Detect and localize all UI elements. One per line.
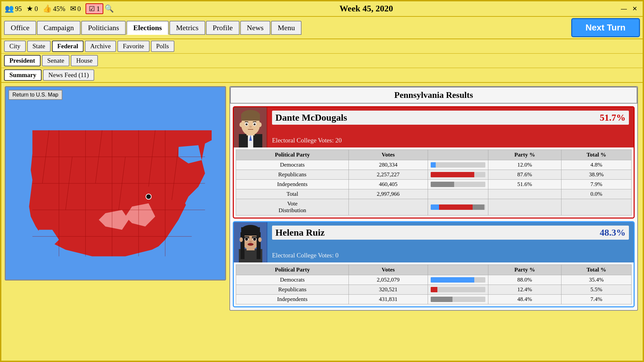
tab-elections[interactable]: Elections — [126, 21, 169, 35]
col-party-pct: Party % — [488, 150, 561, 160]
candidate-2-name: Helena Ruiz — [275, 227, 325, 238]
tab-metrics[interactable]: Metrics — [169, 21, 205, 35]
week-display: Week 45, 2020 — [115, 4, 618, 14]
svg-rect-31 — [241, 114, 260, 121]
table-row: Independents 460,405 51.6% 7.9% — [236, 180, 632, 189]
col-party: Political Party — [236, 150, 349, 160]
col-party-2: Political Party — [236, 265, 349, 275]
main-content: Return to U.S. Map — [1, 83, 643, 358]
candidate-2-info: Helena Ruiz 48.3% Electoral College Vote… — [267, 222, 634, 262]
candidate-1-avatar — [234, 107, 267, 147]
map-panel: Return to U.S. Map — [5, 86, 226, 281]
candidate-1-votes-section: Political Party Votes Party % Total % De… — [234, 147, 634, 218]
candidate-1-votes-table: Political Party Votes Party % Total % De… — [236, 149, 632, 216]
table-row: Democrats 2,052,079 88.0% 35.4% — [236, 275, 632, 285]
col-total-pct: Total % — [561, 150, 632, 160]
col-votes-2: Votes — [349, 265, 428, 275]
svg-rect-47 — [257, 232, 261, 259]
tab-house[interactable]: House — [71, 55, 98, 66]
followers-stat: 👥 95 — [5, 4, 22, 13]
mail-stat: ✉ 0 — [70, 4, 81, 13]
svg-point-23 — [146, 194, 151, 199]
svg-rect-46 — [240, 232, 245, 259]
candidate-1-name: Dante McDougals — [275, 112, 347, 123]
tab-campaign[interactable]: Campaign — [37, 21, 80, 35]
svg-point-61 — [258, 237, 262, 242]
tab-federal[interactable]: Federal — [52, 41, 84, 52]
col-bar — [428, 150, 488, 160]
results-panel: Pennsylvania Results — [229, 86, 639, 354]
check-icon: ☑ — [89, 5, 95, 12]
sub-nav-level1: City State Federal Archive Favorite Poll… — [1, 39, 643, 54]
state-name: Pennsylvania Results — [394, 90, 473, 100]
tab-office[interactable]: Office — [4, 21, 36, 35]
next-turn-button[interactable]: Next Turn — [571, 18, 640, 37]
candidate-card-2: Helena Ruiz 48.3% Electoral College Vote… — [233, 221, 635, 307]
candidate-2-votes-table: Political Party Votes Party % Total % De… — [236, 264, 632, 304]
svg-point-38 — [249, 126, 252, 128]
table-row: Republicans 320,521 12.4% 5.5% — [236, 285, 632, 295]
approval-pct: 45% — [53, 5, 65, 13]
col-party-pct-2: Party % — [488, 265, 561, 275]
tab-president[interactable]: President — [4, 55, 41, 66]
col-total-pct-2: Total % — [561, 265, 632, 275]
candidate-1-pct: 51.7% — [600, 112, 626, 123]
svg-point-41 — [258, 122, 262, 127]
search-button[interactable]: 🔍 — [105, 4, 114, 13]
table-row: Democrats 280,334 12.0% 4.8% — [236, 160, 632, 170]
tab-profile[interactable]: Profile — [206, 21, 239, 35]
tab-favorite[interactable]: Favorite — [117, 41, 149, 52]
candidate-2-avatar — [234, 222, 267, 262]
tab-archive[interactable]: Archive — [85, 41, 116, 52]
table-row: Independents 431,831 48.4% 7.4% — [236, 295, 632, 304]
rating-stat: ★ 0 — [26, 4, 38, 13]
svg-line-37 — [253, 122, 256, 122]
svg-point-60 — [239, 237, 243, 242]
svg-rect-49 — [241, 227, 260, 236]
svg-point-59 — [248, 243, 254, 246]
candidate-card-1: Dante McDougals 51.7% Electoral College … — [233, 106, 635, 219]
close-button[interactable]: ✕ — [630, 4, 639, 13]
candidate-1-info: Dante McDougals 51.7% Electoral College … — [267, 107, 634, 147]
sub-nav-level3: Summary News Feed (11) — [1, 68, 643, 83]
followers-count: 95 — [15, 5, 22, 13]
svg-point-40 — [239, 122, 243, 127]
main-nav: Office Campaign Politicians Elections Me… — [1, 17, 643, 39]
sub-nav-level2: President Senate House — [1, 54, 643, 68]
notification-badge[interactable]: ☑ 1 — [86, 3, 103, 14]
tab-senate[interactable]: Senate — [42, 55, 70, 66]
candidate-2-pct: 48.3% — [600, 227, 626, 238]
tab-news[interactable]: News — [240, 21, 270, 35]
tab-polls[interactable]: Polls — [151, 41, 174, 52]
tab-state[interactable]: State — [27, 41, 51, 52]
approval-stat: 👍 45% — [43, 4, 65, 13]
mail-icon: ✉ — [70, 4, 76, 13]
tab-city[interactable]: City — [4, 41, 26, 52]
rating-count: 0 — [35, 5, 38, 13]
svg-rect-57 — [252, 236, 257, 237]
results-wrapper: Pennsylvania Results — [229, 86, 638, 311]
tab-politicians[interactable]: Politicians — [81, 21, 126, 35]
svg-point-34 — [246, 123, 248, 125]
candidate-2-electoral: Electoral College Votes: 0 — [272, 252, 629, 259]
notification-count: 1 — [97, 5, 100, 12]
table-row: Total 2,997,966 0.0% — [236, 189, 632, 199]
candidate-1-electoral: Electoral College Votes: 20 — [272, 137, 629, 144]
top-bar: 👥 95 ★ 0 👍 45% ✉ 0 ☑ 1 🔍 Week 45, 2020 —… — [1, 1, 643, 17]
mail-count: 0 — [77, 5, 81, 13]
tab-summary[interactable]: Summary — [4, 69, 42, 81]
thumbs-up-icon: 👍 — [43, 4, 52, 13]
vote-distribution-row: VoteDistribution — [236, 199, 632, 216]
rating-icon: ★ — [26, 4, 33, 13]
svg-point-52 — [245, 238, 248, 241]
tab-news-feed[interactable]: News Feed (11) — [43, 69, 94, 81]
candidate-2-votes-section: Political Party Votes Party % Total % De… — [234, 262, 634, 306]
svg-rect-56 — [245, 236, 249, 237]
minimize-button[interactable]: — — [619, 5, 629, 13]
followers-icon: 👥 — [5, 4, 14, 13]
return-to-us-map-button[interactable]: Return to U.S. Map — [8, 90, 62, 100]
pennsylvania-map — [6, 87, 225, 280]
tab-menu[interactable]: Menu — [271, 21, 302, 35]
svg-point-58 — [249, 241, 252, 243]
col-bar-2 — [428, 265, 488, 275]
